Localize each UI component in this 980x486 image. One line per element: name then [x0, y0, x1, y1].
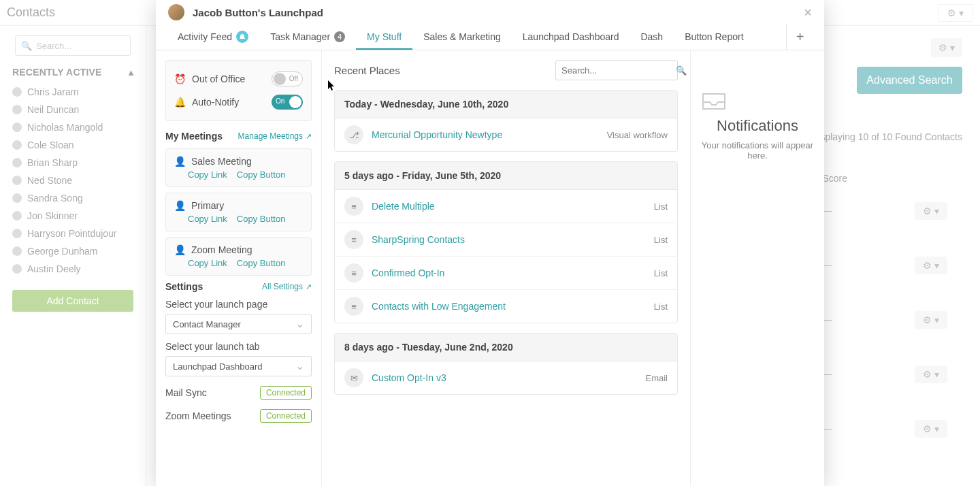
tab-label: My Stuff	[367, 31, 402, 42]
recent-places-heading: Recent Places	[334, 65, 400, 76]
notifications-heading: Notifications	[700, 117, 815, 135]
tab-task-manager[interactable]: Task Manager4	[259, 25, 356, 50]
launchpad-modal: Jacob Button's Launchpad × Activity Feed…	[156, 0, 824, 486]
meeting-name: Zoom Meeting	[191, 244, 252, 255]
recent-item-type: Visual workflow	[607, 130, 668, 140]
alarm-icon: ⏰	[174, 74, 185, 84]
my-meetings-heading: My Meetings	[165, 131, 223, 142]
recent-item-name: Delete Multiple	[372, 201, 646, 212]
launch-tab-select[interactable]: Launchpad Dashboard	[165, 356, 312, 376]
recent-group: Today - Wednesday, June 10th, 2020⎇Mercu…	[334, 90, 678, 152]
workflow-icon: ⎇	[344, 125, 363, 144]
tab-label: Button Report	[685, 31, 743, 42]
tab-button-report[interactable]: Button Report	[674, 25, 754, 50]
tab-activity-feed[interactable]: Activity Feed	[167, 25, 259, 50]
bell-icon	[236, 31, 248, 43]
list-icon: ≡	[344, 297, 363, 316]
auto-notify-toggle[interactable]: On	[272, 95, 303, 110]
recent-item-type: List	[654, 201, 668, 212]
group-header: 5 days ago - Friday, June 5th, 2020	[335, 162, 677, 190]
copy-button-button[interactable]: Copy Button	[237, 214, 286, 224]
recent-item[interactable]: ≡Contacts with Low EngagementList	[335, 290, 677, 323]
recent-item[interactable]: ≡Confirmed Opt-InList	[335, 257, 677, 290]
modal-title: Jacob Button's Launchpad	[193, 7, 323, 18]
meeting-name: Primary	[191, 200, 224, 211]
mail-sync-status-badge: Connected	[260, 386, 312, 400]
person-icon: 👤	[174, 244, 186, 255]
copy-link-button[interactable]: Copy Link	[188, 258, 227, 268]
tab-sales-marketing[interactable]: Sales & Marketing	[412, 25, 512, 50]
all-settings-link[interactable]: All Settings ↗	[262, 282, 312, 291]
zoom-meetings-label: Zoom Meetings	[165, 410, 231, 421]
settings-heading: Settings	[165, 281, 203, 292]
bell-icon: 🔔	[174, 97, 185, 108]
copy-link-button[interactable]: Copy Link	[188, 214, 227, 224]
out-of-office-label: Out of Office	[192, 74, 265, 84]
recent-item[interactable]: ⎇Mercurial Opportunity NewtypeVisual wor…	[335, 118, 677, 151]
tab-label: Task Manager	[270, 31, 330, 42]
recent-item-name: Mercurial Opportunity Newtype	[372, 129, 599, 140]
notifications-empty-text: Your notifications will appear here.	[700, 140, 815, 161]
inbox-icon	[700, 91, 815, 112]
list-icon: ≡	[344, 197, 363, 216]
manage-meetings-link[interactable]: Manage Meetings ↗	[238, 131, 312, 141]
recent-group: 5 days ago - Friday, June 5th, 2020≡Dele…	[334, 161, 678, 323]
list-icon: ≡	[344, 230, 363, 249]
add-tab-button[interactable]: +	[786, 25, 813, 50]
copy-link-button[interactable]: Copy Link	[188, 169, 227, 180]
tab-label: Launchpad Dashboard	[523, 31, 619, 42]
tab-label: Dash	[640, 31, 663, 42]
recent-item-type: List	[654, 302, 668, 312]
meeting-card: 👤Zoom MeetingCopy LinkCopy Button	[165, 237, 312, 276]
tab-dash[interactable]: Dash	[630, 25, 674, 50]
tab-my-stuff[interactable]: My Stuff	[356, 25, 412, 50]
recent-group: 8 days ago - Tuesday, June 2nd, 2020✉Cus…	[334, 333, 678, 395]
recent-item[interactable]: ≡SharpSpring ContactsList	[335, 223, 677, 257]
meeting-card: 👤PrimaryCopy LinkCopy Button	[165, 193, 312, 231]
plus-icon: +	[796, 29, 804, 45]
recent-item-type: List	[654, 235, 668, 245]
copy-button-button[interactable]: Copy Button	[237, 169, 286, 180]
group-header: 8 days ago - Tuesday, June 2nd, 2020	[335, 334, 677, 361]
user-avatar	[168, 4, 184, 20]
email-icon: ✉	[344, 368, 363, 387]
external-link-icon: ↗	[306, 132, 312, 141]
recent-item-type: Email	[645, 373, 668, 383]
zoom-status-badge: Connected	[260, 409, 312, 423]
launch-page-select[interactable]: Contact Manager	[165, 314, 312, 334]
tab-launchpad-dashboard[interactable]: Launchpad Dashboard	[512, 25, 630, 50]
search-icon: 🔍	[676, 65, 687, 76]
out-of-office-toggle[interactable]: Off	[272, 71, 303, 86]
recent-item-name: Custom Opt-In v3	[372, 372, 637, 383]
recent-item-name: Contacts with Low Engagement	[372, 301, 646, 312]
recent-item-name: SharpSpring Contacts	[372, 234, 646, 245]
modal-tab-list: Activity FeedTask Manager4My StuffSales …	[156, 25, 824, 50]
person-icon: 👤	[174, 156, 186, 167]
recent-item-name: Confirmed Opt-In	[372, 268, 646, 278]
tab-label: Activity Feed	[178, 31, 232, 42]
meeting-card: 👤Sales MeetingCopy LinkCopy Button	[165, 148, 312, 187]
recent-places-search-input[interactable]	[561, 65, 676, 76]
recent-item[interactable]: ✉Custom Opt-In v3Email	[335, 361, 677, 394]
recent-item[interactable]: ≡Delete MultipleList	[335, 190, 677, 223]
auto-notify-label: Auto-Notify	[192, 97, 265, 108]
person-icon: 👤	[174, 200, 186, 211]
group-header: Today - Wednesday, June 10th, 2020	[335, 91, 677, 118]
launch-tab-label: Select your launch tab	[165, 341, 312, 352]
external-link-icon: ↗	[306, 282, 312, 291]
copy-button-button[interactable]: Copy Button	[237, 258, 286, 268]
tab-label: Sales & Marketing	[423, 31, 501, 42]
list-icon: ≡	[344, 263, 363, 282]
recent-places-search[interactable]: 🔍	[555, 60, 678, 80]
mail-sync-label: Mail Sync	[165, 387, 207, 398]
close-button[interactable]: ×	[804, 5, 812, 20]
launch-page-label: Select your launch page	[165, 299, 312, 310]
recent-item-type: List	[654, 268, 668, 278]
count-badge: 4	[334, 31, 345, 42]
meeting-name: Sales Meeting	[191, 156, 252, 167]
